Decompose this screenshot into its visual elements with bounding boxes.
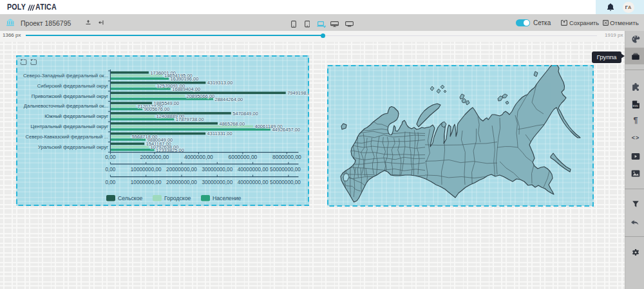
svg-text:SVG: SVG (633, 104, 638, 107)
